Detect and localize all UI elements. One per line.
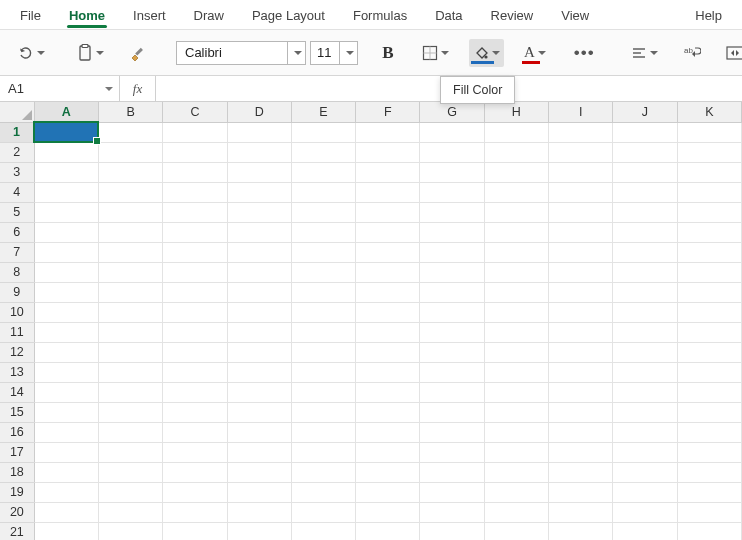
cell[interactable] [484,162,548,182]
font-size-select[interactable]: 11 [310,41,358,65]
cell[interactable] [356,502,420,522]
cell[interactable] [227,122,291,142]
select-all-corner[interactable] [0,102,34,122]
cell[interactable] [163,182,227,202]
cell[interactable] [484,442,548,462]
bold-button[interactable]: B [374,39,402,67]
cell[interactable] [677,282,741,302]
cell[interactable] [34,382,98,402]
cell[interactable] [98,162,162,182]
cell[interactable] [549,422,613,442]
tab-help[interactable]: Help [683,2,734,27]
cell[interactable] [484,422,548,442]
tab-formulas[interactable]: Formulas [341,2,419,27]
cell[interactable] [420,142,484,162]
cell[interactable] [291,182,355,202]
cell[interactable] [613,322,677,342]
cell[interactable] [549,242,613,262]
cell[interactable] [34,162,98,182]
cell[interactable] [484,322,548,342]
cell[interactable] [420,482,484,502]
cell[interactable] [163,302,227,322]
cell[interactable] [34,342,98,362]
tab-view[interactable]: View [549,2,601,27]
cell[interactable] [677,502,741,522]
cell[interactable] [677,162,741,182]
cell[interactable] [613,122,677,142]
cell[interactable] [34,502,98,522]
cell[interactable] [98,122,162,142]
row-header[interactable]: 13 [0,362,34,382]
cell[interactable] [227,242,291,262]
cell[interactable] [227,362,291,382]
cell[interactable] [291,142,355,162]
cell[interactable] [163,402,227,422]
cell[interactable] [420,322,484,342]
cell[interactable] [549,482,613,502]
cell[interactable] [356,402,420,422]
cell[interactable] [613,382,677,402]
cell[interactable] [613,242,677,262]
row-header[interactable]: 11 [0,322,34,342]
cell[interactable] [227,182,291,202]
cell[interactable] [549,162,613,182]
row-header[interactable]: 14 [0,382,34,402]
cell[interactable] [291,502,355,522]
cell[interactable] [549,402,613,422]
cell[interactable] [549,322,613,342]
cell[interactable] [420,382,484,402]
cell[interactable] [98,502,162,522]
cell[interactable] [98,262,162,282]
cell[interactable] [163,122,227,142]
cell[interactable] [420,342,484,362]
cell[interactable] [34,522,98,540]
column-header[interactable]: C [163,102,227,122]
cell[interactable] [98,322,162,342]
row-header[interactable]: 2 [0,142,34,162]
row-header[interactable]: 7 [0,242,34,262]
cell[interactable] [98,522,162,540]
cell[interactable] [98,222,162,242]
cell[interactable] [98,182,162,202]
cell[interactable] [291,362,355,382]
row-header[interactable]: 15 [0,402,34,422]
cell[interactable] [163,262,227,282]
cell[interactable] [484,382,548,402]
cell[interactable] [356,122,420,142]
cell[interactable] [677,262,741,282]
row-header[interactable]: 5 [0,202,34,222]
cell[interactable] [677,142,741,162]
cell[interactable] [677,322,741,342]
cell[interactable] [420,302,484,322]
cell[interactable] [549,282,613,302]
cell[interactable] [356,362,420,382]
row-header[interactable]: 20 [0,502,34,522]
cell[interactable] [613,202,677,222]
cell[interactable] [227,202,291,222]
cell[interactable] [356,422,420,442]
cell[interactable] [356,222,420,242]
cell[interactable] [356,382,420,402]
cell[interactable] [613,522,677,540]
cell[interactable] [677,222,741,242]
cell[interactable] [163,282,227,302]
column-header[interactable]: I [549,102,613,122]
alignment-button[interactable] [627,39,662,67]
cell[interactable] [98,402,162,422]
cell[interactable] [484,522,548,540]
cell[interactable] [420,222,484,242]
row-header[interactable]: 3 [0,162,34,182]
row-header[interactable]: 9 [0,282,34,302]
cell[interactable] [484,362,548,382]
cell[interactable] [677,122,741,142]
cell[interactable] [291,382,355,402]
cell[interactable] [98,362,162,382]
cell[interactable] [98,142,162,162]
cell[interactable] [34,422,98,442]
cell[interactable] [163,162,227,182]
cell[interactable] [98,202,162,222]
cell[interactable] [291,202,355,222]
cell[interactable] [98,282,162,302]
cell[interactable] [677,402,741,422]
cell[interactable] [98,342,162,362]
